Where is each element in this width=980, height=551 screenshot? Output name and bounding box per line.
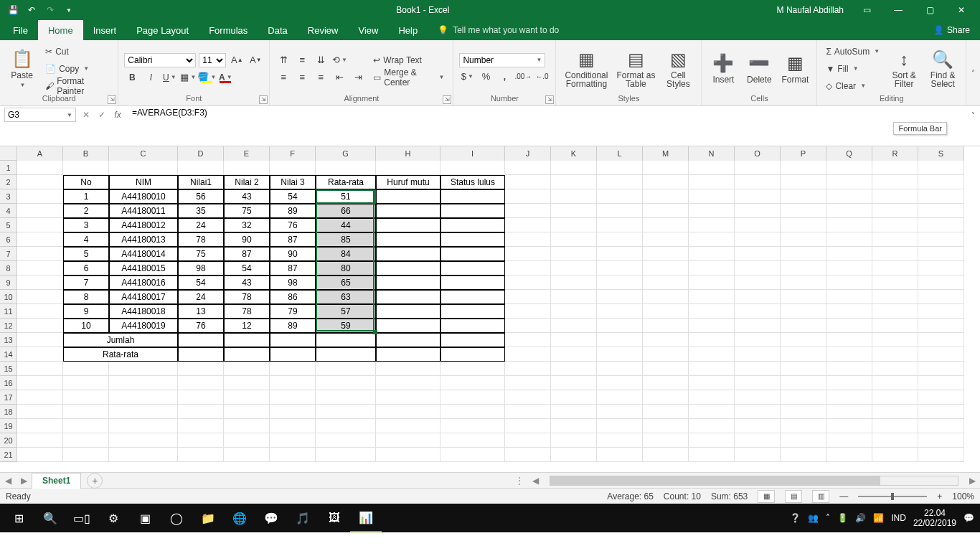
cell-S20[interactable]: [918, 433, 964, 448]
cell-L13[interactable]: [597, 333, 643, 347]
cell-I13[interactable]: [440, 333, 505, 347]
align-center-icon[interactable]: ≡: [294, 70, 310, 85]
cell-J1[interactable]: [505, 161, 551, 175]
cell-K7[interactable]: [551, 247, 597, 261]
cell-C4[interactable]: A44180011: [109, 204, 178, 218]
cell-E7[interactable]: 87: [224, 247, 270, 261]
row-header-7[interactable]: 7: [0, 247, 17, 261]
tab-pagelayout[interactable]: Page Layout: [126, 20, 199, 40]
cell-S3[interactable]: [918, 189, 964, 204]
cell-M9[interactable]: [643, 276, 689, 290]
cell-L4[interactable]: [597, 204, 643, 218]
cell-A7[interactable]: [17, 247, 63, 261]
cell-J16[interactable]: [505, 376, 551, 390]
cell-P6[interactable]: [781, 232, 826, 247]
cell-E11[interactable]: 78: [224, 304, 270, 319]
cell-Q17[interactable]: [826, 390, 872, 405]
cell-G9[interactable]: 65: [316, 276, 376, 290]
cell-Q11[interactable]: [826, 304, 872, 319]
cell-G17[interactable]: [316, 390, 376, 405]
cell-M20[interactable]: [643, 433, 689, 448]
cell-S9[interactable]: [918, 276, 964, 290]
cell-K14[interactable]: [551, 347, 597, 362]
cell-D14[interactable]: [178, 347, 224, 362]
cell-B19[interactable]: [63, 419, 109, 433]
cell-G3[interactable]: 51: [316, 189, 376, 204]
cell-P10[interactable]: [781, 290, 826, 304]
tray-lang[interactable]: IND: [891, 513, 906, 523]
cell-R11[interactable]: [872, 304, 918, 319]
cell-I21[interactable]: [440, 448, 505, 462]
cell-C11[interactable]: A44180018: [109, 304, 178, 319]
cell-F3[interactable]: 54: [270, 189, 316, 204]
cell-S14[interactable]: [918, 347, 964, 362]
delete-cells-button[interactable]: ➖Delete: [743, 44, 775, 93]
cell-G13[interactable]: [316, 333, 376, 347]
cell-A8[interactable]: [17, 261, 63, 276]
cell-G12[interactable]: 59: [316, 319, 376, 333]
cell-F20[interactable]: [270, 433, 316, 448]
cell-J12[interactable]: [505, 319, 551, 333]
cell-M21[interactable]: [643, 448, 689, 462]
cell-J6[interactable]: [505, 232, 551, 247]
cell-H11[interactable]: [376, 304, 440, 319]
cell-F14[interactable]: [270, 347, 316, 362]
cell-K15[interactable]: [551, 362, 597, 376]
cell-C5[interactable]: A44180012: [109, 218, 178, 232]
cell-S16[interactable]: [918, 376, 964, 390]
cell-Q12[interactable]: [826, 319, 872, 333]
tab-formulas[interactable]: Formulas: [199, 20, 258, 40]
cell-J3[interactable]: [505, 189, 551, 204]
cell-H5[interactable]: [376, 218, 440, 232]
cell-A6[interactable]: [17, 232, 63, 247]
cell-R21[interactable]: [872, 448, 918, 462]
cancel-formula-icon[interactable]: ✕: [79, 108, 93, 122]
expand-formula-bar-icon[interactable]: ˅: [966, 108, 980, 122]
cell-O11[interactable]: [735, 304, 781, 319]
font-launcher[interactable]: ⇲: [259, 95, 268, 104]
italic-button[interactable]: I: [143, 70, 159, 85]
cell-R13[interactable]: [872, 333, 918, 347]
decrease-font-icon[interactable]: A▼: [248, 52, 263, 68]
cell-O14[interactable]: [735, 347, 781, 362]
tray-clock[interactable]: 22.04 22/02/2019: [913, 508, 956, 528]
cell-A10[interactable]: [17, 290, 63, 304]
cell-E20[interactable]: [224, 433, 270, 448]
col-header-R[interactable]: R: [872, 146, 918, 161]
cell-O15[interactable]: [735, 362, 781, 376]
cell-E16[interactable]: [224, 376, 270, 390]
cell-B7[interactable]: 5: [63, 247, 109, 261]
cell-I5[interactable]: [440, 218, 505, 232]
taskview-button[interactable]: ▭▯: [66, 504, 98, 532]
row-header-19[interactable]: 19: [0, 419, 17, 433]
cell-F5[interactable]: 76: [270, 218, 316, 232]
people-icon[interactable]: 👥: [808, 513, 819, 523]
cell-G6[interactable]: 85: [316, 232, 376, 247]
sheet-nav-prev[interactable]: ◀: [0, 473, 16, 489]
align-left-icon[interactable]: ≡: [275, 70, 291, 85]
task-app-5[interactable]: 🖼: [319, 504, 350, 532]
cell-F6[interactable]: 87: [270, 232, 316, 247]
cell-M5[interactable]: [643, 218, 689, 232]
cell-D16[interactable]: [178, 376, 224, 390]
tellme[interactable]: 💡Tell me what you want to do: [428, 20, 569, 40]
cell-M10[interactable]: [643, 290, 689, 304]
cell-Q13[interactable]: [826, 333, 872, 347]
cell-Q10[interactable]: [826, 290, 872, 304]
col-header-E[interactable]: E: [224, 146, 270, 161]
cell-H14[interactable]: [376, 347, 440, 362]
cell-N3[interactable]: [689, 189, 735, 204]
cell-R4[interactable]: [872, 204, 918, 218]
underline-button[interactable]: U▼: [161, 70, 177, 85]
cell-A14[interactable]: [17, 347, 63, 362]
cell-R7[interactable]: [872, 247, 918, 261]
cell-A9[interactable]: [17, 276, 63, 290]
number-format-select[interactable]: Number▼: [459, 53, 545, 67]
zoom-out-icon[interactable]: —: [839, 491, 848, 501]
cell-F11[interactable]: 79: [270, 304, 316, 319]
tray-expand-icon[interactable]: ˄: [826, 513, 830, 523]
undo-icon[interactable]: ↶: [24, 3, 39, 17]
cell-G1[interactable]: [316, 161, 376, 175]
merge-center-button[interactable]: ▭Merge & Center▼: [370, 70, 447, 85]
cell-S21[interactable]: [918, 448, 964, 462]
